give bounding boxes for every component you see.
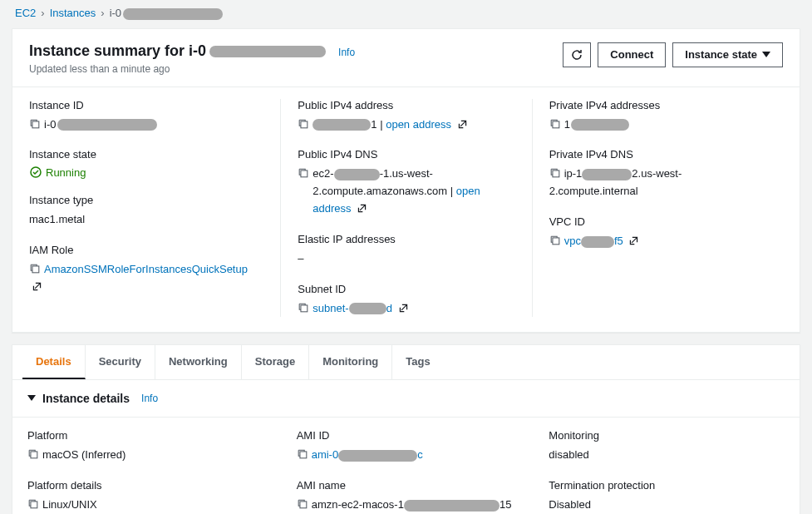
vpc-value: vpcf5 — [549, 233, 640, 250]
details-col-2: AMI ID ami-0c AMI name amzn-ec2-macos-11… — [280, 429, 533, 514]
tab-networking[interactable]: Networking — [155, 345, 242, 379]
subnet-value: subnet-d — [298, 300, 408, 318]
summary-col-1: Instance ID i-0 Instance state Running I… — [29, 99, 280, 318]
iam-role-link[interactable]: AmazonSSMRoleForInstancesQuickSetup — [44, 263, 248, 275]
ami-name-value: amzn-ec2-macos-115 — [297, 497, 512, 514]
ami-id-link-end[interactable]: c — [417, 448, 423, 461]
copy-icon[interactable] — [297, 498, 308, 510]
field-label: Platform details — [27, 479, 280, 492]
tab-storage[interactable]: Storage — [242, 345, 309, 379]
copy-icon[interactable] — [549, 118, 561, 130]
copy-icon[interactable] — [297, 448, 308, 460]
tab-tags[interactable]: Tags — [392, 345, 443, 379]
refresh-button[interactable] — [563, 42, 591, 67]
copy-icon[interactable] — [27, 448, 39, 460]
field-label: Public IPv4 DNS — [298, 148, 514, 161]
summary-col-2: Public IPv4 address 1 | open address Pub… — [280, 99, 531, 318]
external-link-icon — [357, 203, 367, 214]
caret-down-icon — [27, 395, 36, 402]
ami-id-link[interactable]: ami-0 — [312, 448, 339, 461]
platform-details-value: Linux/UNIX — [27, 497, 97, 514]
section-header[interactable]: Instance details Info — [12, 380, 800, 418]
details-panel: Details Security Networking Storage Moni… — [12, 344, 800, 514]
field-label: Instance state — [29, 148, 263, 161]
tab-monitoring[interactable]: Monitoring — [309, 345, 392, 379]
platform-value: macOS (Inferred) — [27, 447, 125, 464]
field-label: IAM Role — [29, 244, 263, 256]
termination-value: Disabled — [549, 497, 591, 514]
caret-down-icon — [762, 52, 770, 58]
info-link[interactable]: Info — [338, 47, 355, 58]
instance-id-value: i-0 — [29, 116, 157, 134]
tab-security[interactable]: Security — [86, 345, 155, 379]
external-link-icon — [628, 235, 639, 246]
breadcrumb-current: i-0 — [110, 7, 223, 20]
breadcrumb-ec2[interactable]: EC2 — [15, 7, 36, 19]
chevron-right-icon: › — [41, 7, 44, 19]
field-label: Monitoring — [549, 429, 785, 442]
page-title: Instance summary for i-0 Info — [29, 42, 355, 60]
iam-role-value: AmazonSSMRoleForInstancesQuickSetup — [29, 261, 263, 296]
breadcrumb: EC2 › Instances › i-0 — [0, 0, 812, 28]
field-label: Public IPv4 address — [298, 99, 514, 111]
external-link-icon — [32, 281, 42, 292]
copy-icon[interactable] — [27, 498, 39, 510]
updated-text: Updated less than a minute ago — [29, 63, 355, 75]
instance-type-value: mac1.metal — [29, 211, 85, 229]
private-dns-value: ip-12.us-west-2.compute.internal — [549, 166, 766, 200]
copy-icon[interactable] — [298, 167, 309, 179]
check-circle-icon — [29, 166, 42, 179]
public-ipv4-value: 1 | open address — [298, 116, 467, 134]
copy-icon[interactable] — [549, 235, 561, 246]
refresh-icon — [570, 48, 583, 62]
info-link[interactable]: Info — [141, 393, 158, 404]
panel-header: Instance summary for i-0 Info Updated le… — [12, 29, 800, 87]
details-col-3: Monitoring disabled Termination protecti… — [532, 429, 785, 514]
field-label: Platform — [27, 429, 280, 442]
open-address-link[interactable]: open address — [386, 118, 451, 131]
external-link-icon — [457, 119, 468, 130]
field-label: Subnet ID — [298, 283, 514, 295]
field-label: AMI ID — [297, 429, 533, 442]
copy-icon[interactable] — [29, 118, 41, 130]
breadcrumb-instances[interactable]: Instances — [50, 7, 96, 19]
field-label: Instance ID — [29, 99, 263, 111]
copy-icon[interactable] — [298, 302, 309, 314]
subnet-link-end[interactable]: d — [386, 302, 392, 314]
section-title: Instance details — [42, 392, 130, 405]
private-ipv4-value: 1 — [549, 116, 629, 134]
subnet-link[interactable]: subnet- — [312, 302, 348, 314]
summary-col-3: Private IPv4 addresses 1 Private IPv4 DN… — [532, 99, 783, 318]
field-label: AMI name — [297, 479, 533, 492]
public-dns-value: ec2--1.us-west-2.compute.amazonaws.com |… — [298, 166, 514, 217]
copy-icon[interactable] — [298, 118, 309, 130]
connect-button[interactable]: Connect — [598, 42, 666, 67]
field-label: Private IPv4 addresses — [549, 99, 766, 111]
field-label: Elastic IP addresses — [298, 233, 514, 245]
field-label: Private IPv4 DNS — [549, 148, 766, 161]
vpc-link-end[interactable]: f5 — [614, 235, 623, 247]
tab-bar: Details Security Networking Storage Moni… — [12, 345, 800, 380]
copy-icon[interactable] — [29, 263, 41, 274]
details-col-1: Platform macOS (Inferred) Platform detai… — [27, 429, 280, 514]
tab-details[interactable]: Details — [22, 345, 86, 379]
chevron-right-icon: › — [101, 7, 104, 19]
field-label: VPC ID — [549, 215, 766, 228]
copy-icon[interactable] — [549, 167, 561, 179]
field-label: Instance type — [29, 194, 263, 206]
monitoring-value: disabled — [549, 447, 588, 464]
external-link-icon — [398, 303, 409, 314]
elastic-ip-value: – — [298, 250, 303, 268]
instance-state-value: Running — [29, 166, 263, 179]
summary-panel: Instance summary for i-0 Info Updated le… — [12, 28, 800, 334]
instance-state-button[interactable]: Instance state — [672, 42, 783, 67]
ami-id-value: ami-0c — [297, 447, 423, 464]
field-label: Termination protection — [549, 479, 785, 492]
vpc-link[interactable]: vpc — [564, 235, 581, 247]
